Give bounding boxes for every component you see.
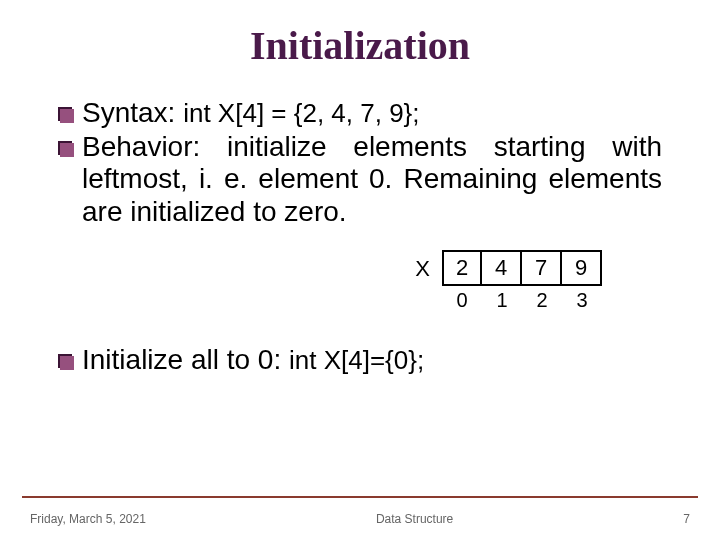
footer-divider (22, 496, 698, 498)
bullet-prefix: Initialize all to 0: (82, 344, 289, 375)
array-grid: 2 4 7 9 0 1 2 3 (442, 250, 602, 316)
bullet-prefix: Syntax: (82, 97, 183, 128)
code-inline: int X[4]={0}; (289, 345, 424, 375)
slide-title: Initialization (0, 0, 720, 87)
footer-date: Friday, March 5, 2021 (30, 512, 146, 526)
bullet-init-zero: Initialize all to 0: int X[4]={0}; (58, 344, 662, 376)
array-indices-row: 0 1 2 3 (442, 286, 602, 316)
array-cell: 7 (522, 250, 562, 286)
code-inline: int X[4] = {2, 4, 7, 9}; (183, 98, 419, 128)
array-index: 0 (442, 286, 482, 316)
array-index: 1 (482, 286, 522, 316)
bullet-syntax: Syntax: int X[4] = {2, 4, 7, 9}; (58, 97, 662, 129)
slide-content: Syntax: int X[4] = {2, 4, 7, 9}; Behavio… (0, 87, 720, 376)
bullet-text: Behavior: initialize elements starting w… (82, 131, 662, 228)
array-cells-row: 2 4 7 9 (442, 250, 602, 286)
bullet-icon (58, 107, 72, 121)
array-index: 2 (522, 286, 562, 316)
array-diagram: X 2 4 7 9 0 1 2 3 (58, 250, 662, 316)
slide: Initialization Syntax: int X[4] = {2, 4,… (0, 0, 720, 540)
slide-footer: Friday, March 5, 2021 Data Structure 7 (0, 512, 720, 526)
array-index: 3 (562, 286, 602, 316)
array-cell: 2 (442, 250, 482, 286)
bullet-behavior: Behavior: initialize elements starting w… (58, 131, 662, 228)
bullet-text: Initialize all to 0: int X[4]={0}; (82, 344, 424, 376)
footer-center: Data Structure (146, 512, 683, 526)
array-var-label: X (415, 250, 430, 282)
footer-page-number: 7 (683, 512, 690, 526)
bullet-text: Syntax: int X[4] = {2, 4, 7, 9}; (82, 97, 420, 129)
array-cell: 4 (482, 250, 522, 286)
array-cell: 9 (562, 250, 602, 286)
bullet-icon (58, 354, 72, 368)
bullet-icon (58, 141, 72, 155)
